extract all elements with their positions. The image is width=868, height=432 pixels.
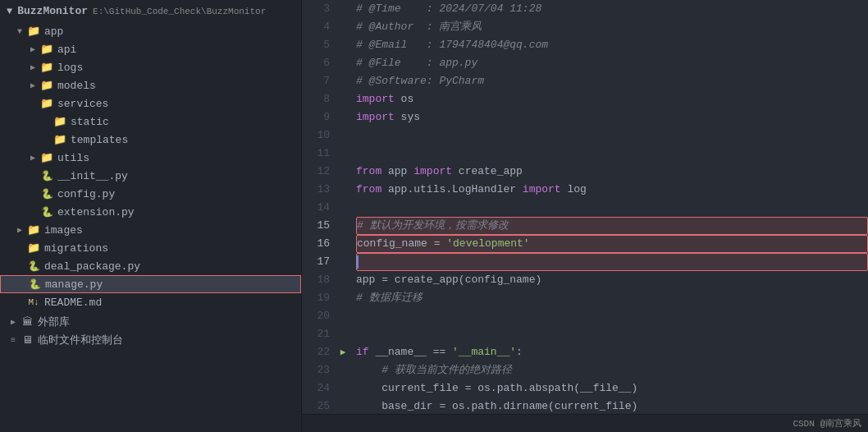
- code-token: # @Software: PyCharm: [356, 72, 484, 90]
- tree-item-images[interactable]: ▶ 📁 images: [0, 221, 301, 239]
- code-token: app: [356, 271, 381, 289]
- tree-item-services[interactable]: 📁 services: [0, 94, 301, 113]
- code-token: # @Author : 南宫乘风: [356, 18, 482, 36]
- md-icon: M↓: [26, 297, 41, 307]
- code-line: from app.utils.LogHandler import log: [356, 181, 868, 199]
- py-icon: 🐍: [27, 278, 42, 291]
- code-token: create_app: [452, 163, 523, 181]
- code-area: 3 4 5 6 7 8 9 10 11 12 13 14 15 16 17 18…: [302, 0, 868, 432]
- expand-arrow: ▶: [26, 44, 39, 54]
- code-token: app: [381, 163, 413, 181]
- code-token: import: [523, 181, 561, 199]
- tree-label: extension.py: [57, 206, 301, 218]
- code-token: current_file: [356, 379, 465, 398]
- code-token: config_name: [357, 235, 434, 253]
- folder-icon: 📁: [39, 79, 54, 92]
- tree-label: 外部库: [38, 315, 301, 329]
- py-icon: 🐍: [39, 206, 54, 218]
- tree-item-extension[interactable]: 🐍 extension.py: [0, 203, 301, 221]
- code-token: os.path.dirname(current_file): [445, 398, 637, 416]
- tree-item-utils[interactable]: ▶ 📁 utils: [0, 149, 301, 167]
- code-token: import: [413, 163, 452, 181]
- folder-icon: 📁: [39, 151, 54, 164]
- project-header: ▼ BuzzMonitor E:\GitHub_Code_Check\BuzzM…: [0, 0, 301, 22]
- folder-icon: 📁: [39, 61, 54, 74]
- tree-label: app: [44, 25, 301, 38]
- expand-arrow: ▶: [7, 317, 20, 327]
- tree-item-app[interactable]: ▼ 📁 app: [0, 22, 301, 40]
- code-token: :: [516, 343, 523, 361]
- project-path: E:\GitHub_Code_Check\BuzzMonitor: [93, 7, 266, 16]
- code-editor: 3 4 5 6 7 8 9 10 11 12 13 14 15 16 17 18…: [302, 0, 868, 432]
- collapse-icon[interactable]: ▼: [7, 6, 12, 17]
- code-token: create_app(config_name): [388, 271, 541, 289]
- code-line: [356, 307, 868, 325]
- code-line: # 获取当前文件的绝对路径: [356, 361, 868, 379]
- tree-label: manage.py: [45, 278, 300, 291]
- text-cursor: [357, 255, 359, 269]
- tree-label: 临时文件和控制台: [38, 333, 301, 347]
- expand-arrow: ▼: [13, 27, 26, 36]
- tree-item-external-libs[interactable]: ▶ 🏛 外部库: [0, 313, 301, 331]
- code-token: '__main__': [452, 343, 516, 361]
- project-title: BuzzMonitor: [17, 5, 88, 17]
- py-icon: 🐍: [39, 188, 54, 200]
- code-line: if __name__ == '__main__' :: [356, 343, 868, 361]
- code-token: # @Email : 1794748404@qq.com: [356, 36, 548, 54]
- folder-icon: 📁: [26, 25, 41, 38]
- py-icon: 🐍: [26, 260, 41, 273]
- tree-item-migrations[interactable]: 📁 migrations: [0, 239, 301, 257]
- expand-arrow: ▶: [26, 153, 39, 163]
- tree-item-api[interactable]: ▶ 📁 api: [0, 40, 301, 58]
- expand-arrow: ▶: [26, 62, 39, 72]
- code-token: # 默认为开发环境，按需求修改: [357, 217, 509, 235]
- code-token: import: [356, 90, 395, 108]
- tree-item-init[interactable]: 🐍 __init__.py: [0, 167, 301, 185]
- code-token: sys: [395, 108, 420, 126]
- expand-arrow: ≡: [7, 336, 20, 345]
- file-tree: ▼ BuzzMonitor E:\GitHub_Code_Check\BuzzM…: [0, 0, 302, 432]
- code-token: ==: [433, 343, 446, 361]
- folder-icon: 📁: [39, 97, 54, 110]
- expand-arrow: ▶: [26, 80, 39, 90]
- code-line: [356, 126, 868, 145]
- code-content[interactable]: # @Time : 2024/07/04 11:28 # @Author : 南…: [349, 0, 868, 432]
- tree-item-static[interactable]: 📁 static: [0, 113, 301, 131]
- tree-item-manage-py[interactable]: 🐍 manage.py: [0, 275, 301, 293]
- code-line-highlighted: # 默认为开发环境，按需求修改: [356, 217, 868, 235]
- tree-label: config.py: [57, 188, 301, 200]
- tree-item-logs[interactable]: ▶ 📁 logs: [0, 58, 301, 76]
- code-line: # @Email : 1794748404@qq.com: [356, 36, 868, 54]
- external-icon: 🏛: [20, 316, 34, 329]
- tree-label: migrations: [44, 242, 301, 255]
- code-line: # @Time : 2024/07/04 11:28: [356, 0, 868, 18]
- tree-item-models[interactable]: ▶ 📁 models: [0, 76, 301, 94]
- code-line: # @Software: PyCharm: [356, 72, 868, 90]
- tree-label: deal_package.py: [44, 260, 301, 273]
- folder-icon: 📁: [53, 133, 67, 146]
- code-token: # 获取当前文件的绝对路径: [381, 361, 512, 379]
- tree-item-temp-files[interactable]: ≡ 🖥 临时文件和控制台: [0, 331, 301, 349]
- tree-item-deal-package[interactable]: 🐍 deal_package.py: [0, 257, 301, 275]
- code-line: from app import create_app: [356, 163, 868, 181]
- code-line: # 数据库迁移: [356, 289, 868, 307]
- tree-label: api: [57, 44, 301, 56]
- code-line: import sys: [356, 108, 868, 126]
- code-line-cursor: [356, 253, 868, 271]
- code-token: os.path.abspath(__file__): [471, 379, 637, 398]
- code-token: __name__: [369, 343, 433, 361]
- tree-item-templates[interactable]: 📁 templates: [0, 131, 301, 149]
- code-token: [440, 235, 446, 253]
- code-token: # @File : app.py: [356, 54, 477, 72]
- bottom-bar: CSDN @南宫乘风: [302, 414, 868, 432]
- tree-item-config[interactable]: 🐍 config.py: [0, 185, 301, 203]
- code-line: current_file = os.path.abspath(__file__): [356, 379, 868, 398]
- code-token: app.utils.LogHandler: [381, 181, 523, 199]
- gutter: ▶: [336, 0, 349, 432]
- code-token: os: [395, 90, 413, 108]
- tree-label: __init__.py: [57, 170, 301, 182]
- tree-item-readme[interactable]: M↓ README.md: [0, 293, 301, 311]
- code-line: [356, 199, 868, 217]
- py-icon: 🐍: [39, 170, 54, 182]
- code-token: [356, 361, 381, 379]
